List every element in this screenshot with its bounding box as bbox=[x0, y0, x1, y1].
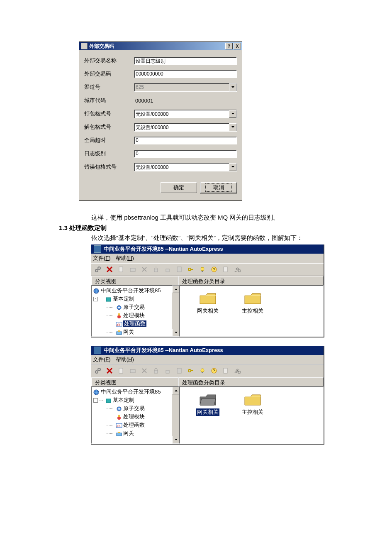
tree-basic[interactable]: - 基本定制 bbox=[93, 396, 179, 404]
tool-lock-icon[interactable] bbox=[151, 264, 161, 274]
channel-select[interactable]: 625 bbox=[134, 83, 237, 92]
ok-button[interactable]: 确定 bbox=[161, 182, 197, 193]
tool-doc-icon[interactable] bbox=[221, 264, 231, 274]
scroll-down-icon[interactable] bbox=[172, 436, 179, 443]
tool-delete-icon[interactable] bbox=[139, 366, 149, 376]
tree-module[interactable]: 处理模块 bbox=[93, 311, 179, 320]
scrollbar[interactable] bbox=[172, 387, 179, 443]
ext-code-input[interactable]: 0000000000 bbox=[134, 70, 237, 78]
svg-point-32 bbox=[95, 371, 98, 373]
ide-titlebar[interactable]: 中间业务平台开发环境85 --Nantian AutoExpress bbox=[91, 346, 324, 355]
scroll-down-icon[interactable] bbox=[172, 329, 179, 336]
chevron-down-icon[interactable] bbox=[229, 110, 236, 118]
tool-new-icon[interactable] bbox=[116, 366, 126, 376]
unpack-select[interactable]: 无设置/000000 bbox=[134, 123, 237, 132]
folder-main[interactable]: 主控相关 bbox=[238, 393, 268, 443]
tool-unlock-icon[interactable] bbox=[163, 366, 173, 376]
timeout-input[interactable]: 0 bbox=[134, 137, 237, 144]
tree-root[interactable]: 中间业务平台开发环境85 bbox=[93, 388, 179, 396]
menu-help[interactable]: 帮助(H) bbox=[116, 356, 134, 363]
dialog-titlebar[interactable]: 外部交易码 ? X bbox=[79, 42, 242, 50]
ide-titlebar[interactable]: 中间业务平台开发环境85 --Nantian AutoExpress bbox=[91, 244, 324, 254]
tree-panel[interactable]: 中间业务平台开发环境85 - 基本定制 原子交易 处理模块 ab处理函数 bbox=[91, 285, 179, 337]
scrollbar[interactable] bbox=[172, 286, 179, 336]
svg-marker-2 bbox=[231, 126, 234, 128]
tool-unlock-icon[interactable] bbox=[163, 264, 173, 274]
pack-select[interactable]: 无设置/000000 bbox=[134, 110, 237, 118]
tool-unlink-icon[interactable] bbox=[105, 264, 114, 274]
svg-rect-9 bbox=[166, 269, 169, 272]
tool-key-icon[interactable] bbox=[186, 264, 196, 274]
city-value: 000001 bbox=[134, 98, 153, 104]
svg-rect-8 bbox=[154, 269, 158, 272]
svg-rect-14 bbox=[202, 271, 203, 272]
menu-bar[interactable]: 文件(F) 帮助(H) bbox=[91, 254, 324, 263]
gateway-icon bbox=[116, 431, 122, 437]
menu-help[interactable]: 帮助(H) bbox=[116, 254, 134, 262]
help-button[interactable]: ? bbox=[225, 43, 233, 49]
svg-point-13 bbox=[201, 267, 204, 271]
folder-gateway[interactable]: 网关相关 bbox=[193, 291, 223, 336]
tool-wizard-icon[interactable]: 乡 bbox=[232, 366, 242, 376]
section-heading: 1.3 处理函数定制 bbox=[59, 224, 392, 232]
tool-key-icon[interactable] bbox=[186, 366, 196, 376]
scroll-up-icon[interactable] bbox=[172, 387, 179, 394]
tree-gateway[interactable]: 网关 bbox=[93, 328, 179, 336]
scroll-up-icon[interactable] bbox=[172, 286, 179, 293]
tool-wizard-icon[interactable]: 乡 bbox=[232, 264, 242, 274]
svg-text:乡: 乡 bbox=[234, 368, 239, 373]
folder-main[interactable]: 主控相关 bbox=[238, 291, 268, 336]
chevron-down-icon[interactable] bbox=[229, 163, 236, 171]
tree-function[interactable]: ab处理函数 bbox=[93, 421, 179, 429]
function-icon: ab bbox=[116, 423, 122, 428]
tree-root[interactable]: 中间业务平台开发环境85 bbox=[93, 286, 179, 295]
tool-delete-icon[interactable] bbox=[139, 264, 149, 274]
menu-file[interactable]: 文件(F) bbox=[93, 254, 111, 262]
tool-open-icon[interactable] bbox=[128, 366, 138, 376]
tool-paste-icon[interactable] bbox=[174, 366, 184, 376]
tool-bulb-icon[interactable] bbox=[197, 366, 207, 376]
close-button[interactable]: X bbox=[234, 43, 241, 49]
chevron-down-icon[interactable] bbox=[229, 83, 236, 91]
tree-function[interactable]: ab处理函数 bbox=[93, 320, 179, 328]
tool-open-icon[interactable] bbox=[128, 264, 138, 274]
loglevel-input[interactable]: 0 bbox=[134, 150, 237, 158]
tool-new-icon[interactable] bbox=[116, 264, 126, 274]
app-icon bbox=[81, 43, 88, 49]
menu-bar[interactable]: 文件(F) 帮助(H) bbox=[91, 355, 324, 364]
city-label: 城市代码 bbox=[84, 97, 134, 104]
tree-atom[interactable]: 原子交易 bbox=[93, 303, 179, 311]
chevron-down-icon[interactable] bbox=[229, 123, 236, 131]
ext-name-input[interactable]: 设置日志级别 bbox=[134, 57, 237, 65]
atom-icon bbox=[116, 406, 122, 412]
folder-panel[interactable]: 网关相关 主控相关 bbox=[179, 285, 324, 337]
tool-help-icon[interactable]: ? bbox=[209, 366, 219, 376]
tool-unlink-icon[interactable] bbox=[105, 366, 114, 376]
tool-paste-icon[interactable] bbox=[174, 264, 184, 274]
tool-lock-icon[interactable] bbox=[151, 366, 161, 376]
folder-panel[interactable]: 网关相关 主控相关 bbox=[179, 386, 324, 444]
svg-point-39 bbox=[188, 369, 191, 372]
tool-doc-icon[interactable] bbox=[221, 366, 231, 376]
globe-icon bbox=[93, 288, 100, 294]
tree-panel[interactable]: 中间业务平台开发环境85 - 基本定制 原子交易 处理模块 ab处理函数 bbox=[91, 386, 179, 444]
svg-point-11 bbox=[188, 268, 191, 271]
svg-rect-35 bbox=[130, 369, 135, 373]
tree-atom[interactable]: 原子交易 bbox=[93, 404, 179, 413]
tree-gateway[interactable]: 网关 bbox=[93, 429, 179, 438]
svg-text:ab: ab bbox=[117, 424, 121, 428]
svg-rect-56 bbox=[117, 433, 122, 436]
tree-basic[interactable]: - 基本定制 bbox=[93, 295, 179, 303]
tool-bulb-icon[interactable] bbox=[197, 264, 207, 274]
menu-file[interactable]: 文件(F) bbox=[93, 356, 111, 363]
folder-gateway[interactable]: 网关相关 bbox=[193, 393, 223, 443]
svg-text:?: ? bbox=[213, 369, 215, 373]
errpack-select[interactable]: 无设置/000000 bbox=[134, 163, 237, 171]
tree-module[interactable]: 处理模块 bbox=[93, 413, 179, 421]
tool-link-icon[interactable] bbox=[93, 366, 103, 376]
svg-rect-12 bbox=[191, 269, 193, 270]
cancel-button[interactable]: 取消 bbox=[200, 182, 237, 193]
svg-rect-21 bbox=[106, 298, 111, 301]
tool-help-icon[interactable]: ? bbox=[209, 264, 219, 274]
tool-link-icon[interactable] bbox=[93, 264, 103, 274]
